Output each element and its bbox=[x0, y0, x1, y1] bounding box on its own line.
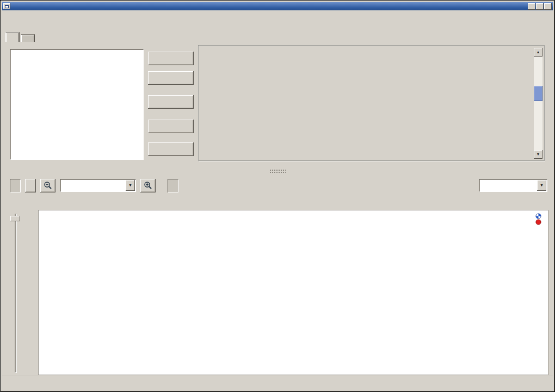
flight-stats bbox=[44, 349, 101, 371]
cp-icon bbox=[535, 219, 541, 225]
window-controls bbox=[528, 3, 552, 10]
rocket-diagram-panel bbox=[2, 196, 553, 376]
side-view-button[interactable] bbox=[10, 179, 21, 192]
edit-button[interactable] bbox=[148, 95, 194, 109]
view-toolbar: ▼ ▼ bbox=[2, 175, 553, 196]
splitter-grip-icon bbox=[269, 169, 286, 173]
design-panel: ▲ ▼ bbox=[2, 42, 553, 167]
maximize-button[interactable] bbox=[536, 3, 544, 10]
zoom-select[interactable]: ▼ bbox=[60, 179, 136, 192]
close-button[interactable] bbox=[544, 3, 552, 10]
minimize-button[interactable] bbox=[528, 3, 535, 10]
chevron-down-icon[interactable]: ▼ bbox=[537, 180, 546, 191]
vertical-ruler bbox=[27, 210, 39, 375]
stage-1-toggle[interactable] bbox=[168, 179, 178, 192]
tab-bar bbox=[2, 23, 553, 42]
horizontal-ruler bbox=[39, 201, 548, 210]
scroll-up-icon[interactable]: ▲ bbox=[534, 48, 542, 57]
delete-button[interactable] bbox=[148, 142, 194, 156]
rocket-canvas[interactable] bbox=[39, 210, 548, 375]
back-view-button[interactable] bbox=[25, 179, 36, 192]
rotation-slider[interactable] bbox=[15, 214, 16, 372]
zoom-in-icon bbox=[144, 181, 152, 190]
move-up-button[interactable] bbox=[148, 52, 194, 65]
add-component-group: ▲ ▼ bbox=[198, 45, 545, 161]
rocket-drawing bbox=[39, 210, 548, 375]
scroll-down-icon[interactable]: ▼ bbox=[534, 150, 542, 159]
chevron-down-icon[interactable]: ▼ bbox=[126, 180, 135, 191]
menu-bar bbox=[2, 11, 553, 23]
window-icon[interactable] bbox=[3, 3, 10, 9]
ruler-unit bbox=[27, 201, 39, 210]
new-stage-button[interactable] bbox=[148, 120, 194, 133]
motor-configuration-select[interactable]: ▼ bbox=[479, 179, 547, 192]
stability-legend bbox=[535, 213, 544, 225]
component-actions bbox=[148, 42, 194, 167]
component-tree[interactable] bbox=[10, 49, 144, 160]
palette-scrollbar[interactable]: ▲ ▼ bbox=[534, 48, 542, 159]
rotation-slider-thumb[interactable] bbox=[10, 216, 20, 221]
cg-icon bbox=[535, 213, 541, 219]
zoom-out-icon bbox=[44, 181, 52, 190]
tab-rocket-design[interactable] bbox=[5, 32, 20, 42]
tab-flight-simulations[interactable] bbox=[21, 34, 35, 42]
status-bar bbox=[2, 376, 553, 389]
panel-splitter[interactable] bbox=[2, 167, 553, 175]
zoom-out-button[interactable] bbox=[40, 179, 55, 192]
app-window: ▲ ▼ ▼ bbox=[0, 0, 555, 392]
move-down-button[interactable] bbox=[148, 71, 194, 85]
title-bar[interactable] bbox=[2, 2, 553, 10]
scrollbar-thumb[interactable] bbox=[534, 86, 542, 101]
zoom-in-button[interactable] bbox=[140, 179, 156, 192]
